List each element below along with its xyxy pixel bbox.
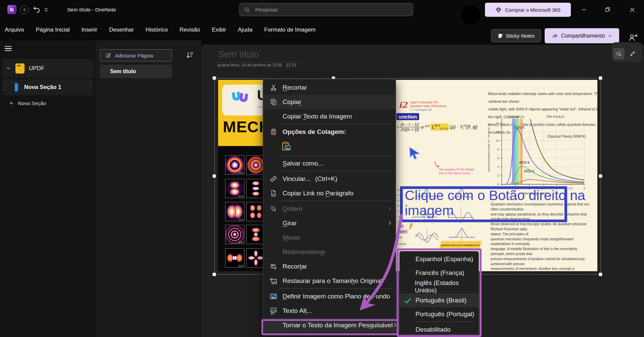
page-title[interactable]: Sem título [218,49,259,60]
search-icon [244,7,250,13]
layers-icon [268,204,279,214]
notebook-item-updf[interactable]: UPDF [2,59,93,78]
menu-item-label: Restaurar para o Tamanho Original [283,277,382,285]
zoom-button[interactable] [613,48,625,59]
menubar-item-inserir[interactable]: Inserir [82,27,97,33]
context-menu-item-recortar[interactable]: Recortar [263,259,396,274]
chevron-down-icon [44,7,49,12]
sticky-notes-label: Sticky Notes [506,33,535,39]
context-menu-item-copiar-link-no-paragrafo[interactable]: Copiar Link no Parágrafo [263,186,396,200]
context-menu-item-texto-alt[interactable]: Texto Alt... [263,303,396,318]
restore-icon [605,7,610,12]
language-option-portugues-brasil[interactable]: Português (Brasil) [400,293,479,307]
sort-pages-button[interactable] [185,50,195,60]
context-menu-item-copiar-texto-da-imagem[interactable]: Copiar Texto da Imagem [263,109,396,124]
nav-toggle-button[interactable] [5,46,12,51]
context-menu-item-recortar[interactable]: Recortar [263,80,396,95]
buy-microsoft365-button[interactable]: Comprar o Microsoft 365 [485,3,571,17]
context-menu-item-vincular[interactable]: Vincular...(Ctrl+K) [263,172,396,186]
close-icon [630,7,635,12]
close-button[interactable] [625,0,640,19]
undo-button[interactable] [32,5,42,15]
menu-item-label: Salvar como... [283,160,323,167]
menu-item-label: Copiar [283,98,301,106]
undo-icon [33,6,41,14]
language-option-label: Inglês (Estados Unidos) [415,279,479,294]
sticky-notes-button[interactable]: Sticky Notes [491,29,541,42]
section-item-nova-secao-1[interactable]: Nova Seção 1 [2,79,93,95]
language-option-label: Desabilitado [415,326,451,333]
menu-item-label: Definir Imagem como Plano de Fundo [283,293,390,300]
restore-button[interactable] [600,0,615,19]
page-list-item[interactable]: Sem título [100,65,172,78]
alt-image-icon [268,306,279,316]
context-menu-item-salvar-como[interactable]: Salvar como... [263,156,396,171]
language-option-espanhol-espanha[interactable]: Espanhol (Espanha) [400,252,479,266]
context-menu-item-restaurar-para-o-tamanho-original[interactable]: Restaurar para o Tamanho Original [263,274,396,288]
menu-item-label: Texto Alt... [283,307,312,315]
search-input[interactable] [255,6,408,13]
language-option-label: Português (Brasil) [415,297,466,304]
menubar-item-historico[interactable]: Histórico [146,27,168,33]
ribbon-toggle-button[interactable] [43,7,49,13]
selection-handle[interactable] [212,76,216,80]
menubar-item-ajuda[interactable]: Ajuda [238,27,252,33]
copy-icon [268,97,279,107]
selection-handle[interactable] [599,273,602,276]
icon-slot [268,320,279,330]
context-menu-item-girar[interactable]: Girar [263,216,396,230]
menubar-item-desenhar[interactable]: Desenhar [109,27,134,33]
context-menu-item-redimensionar: Redimensionar [263,245,396,259]
selection-handle[interactable] [212,273,216,276]
language-option-portugues-portugal[interactable]: Português (Portugal) [400,307,479,321]
paste-image-icon [282,141,292,153]
search-bar[interactable] [239,3,413,16]
menubar-item-formato-de-imagem[interactable]: Formato de Imagem [264,27,315,33]
context-menu-item-definir-imagem-como-plano-de-fundo[interactable]: Definir Imagem como Plano de Fundo [263,289,396,303]
menubar-item-revisao[interactable]: Revisão [180,27,200,33]
account-avatar[interactable] [460,5,481,26]
plus-icon: + [9,100,13,107]
sort-icon [186,51,194,59]
add-page-button[interactable]: Adicionar Página [100,49,172,61]
add-page-icon [105,52,111,58]
language-submenu: Espanhol (Espanha)Francês (França)Inglês… [399,251,479,334]
context-menu-item-mover: Mover [263,230,396,245]
add-page-label: Adicionar Página [115,53,153,58]
selection-handle[interactable] [599,76,602,80]
share-people-button[interactable] [628,32,639,43]
menu-item-label: Ordem [283,205,302,212]
context-menu-item-tornar-o-texto-da-imagem-pesquisavel[interactable]: Tornar o Texto da Imagem Pesquisável [263,318,396,332]
buy-button-label: Comprar o Microsoft 365 [505,7,560,13]
context-menu-item-opcoes-de-colagem[interactable]: Opções de Colagem: [263,125,396,139]
paste-option-keep-picture-button[interactable] [263,139,396,155]
menu-item-label: Recortar [283,84,307,91]
menubar-item-pagina-inicial[interactable]: Página Inicial [36,27,70,33]
new-section-button[interactable]: + Nova Seção [9,98,46,109]
icon-slot [268,218,279,228]
minimize-button[interactable] [576,0,592,19]
fullscreen-button[interactable] [627,48,638,59]
menu-item-shortcut: (Ctrl+K) [315,175,337,183]
language-option-desabilitado[interactable]: Desabilitado [400,323,479,336]
icon-slot [268,247,279,257]
page-date: quarta-feira, 14 de janeiro de 2026 [217,63,282,67]
clipboard-icon [268,127,279,137]
menu-separator [280,288,392,289]
menubar-item-arquivo[interactable]: Arquivo [5,27,24,33]
checkmark-icon [404,296,415,304]
selection-handle[interactable] [212,174,216,178]
chevron-down-icon [6,66,11,71]
selection-handle[interactable] [599,174,602,178]
onenote-logo-icon[interactable]: N [7,5,16,14]
minimize-icon [582,7,586,12]
back-button[interactable] [20,5,29,14]
context-menu-item-copiar[interactable]: Copiar [263,95,396,109]
diamond-icon [495,7,502,13]
chevron-down-icon [608,34,612,38]
magnifier-icon [616,51,622,57]
language-option-ingles-estados-unidos[interactable]: Inglês (Estados Unidos) [400,280,479,293]
language-option-frances-franca[interactable]: Francês (França) [400,266,479,280]
share-button[interactable]: Compartilhamento [545,28,619,43]
menubar-item-exibir[interactable]: Exibir [212,27,226,33]
